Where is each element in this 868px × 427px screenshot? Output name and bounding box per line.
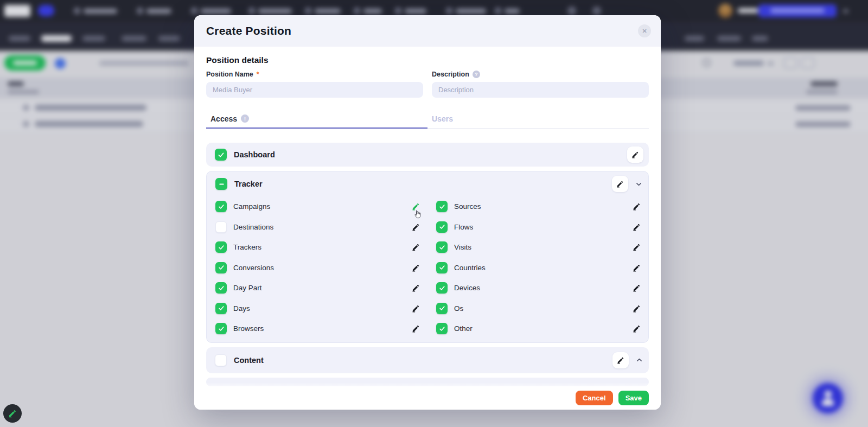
check-icon <box>438 304 446 312</box>
permission-row-tracker: Tracker <box>207 171 648 196</box>
chevron-down-icon[interactable] <box>634 180 643 188</box>
description-field: Description ? <box>432 71 649 98</box>
permission-subrow-days: Days <box>207 298 427 319</box>
chevron-up-icon[interactable] <box>635 356 643 365</box>
edit-icon[interactable] <box>633 304 641 313</box>
checkbox-sources[interactable] <box>436 201 448 212</box>
permission-group-tracker: Tracker Campaigns <box>206 171 649 343</box>
edit-icon[interactable] <box>412 264 420 272</box>
screen: Create Position ✕ Position details Posit… <box>0 0 868 427</box>
check-icon <box>218 325 225 333</box>
check-icon <box>438 223 446 231</box>
permission-subrow-os: Os <box>427 298 648 319</box>
permission-row-partial <box>206 378 649 386</box>
edit-icon[interactable] <box>633 223 641 231</box>
permission-subrow-conversions: Conversions <box>207 258 427 278</box>
permission-subrow-devices: Devices <box>427 278 648 298</box>
check-icon <box>438 244 446 251</box>
checkbox-countries[interactable] <box>436 262 448 273</box>
description-input[interactable] <box>432 82 649 98</box>
checkbox-day-part[interactable] <box>215 282 227 294</box>
edit-icon[interactable] <box>412 223 420 231</box>
permission-subrow-browsers: Browsers <box>207 318 427 339</box>
permission-subrow-flows: Flows <box>427 217 648 238</box>
check-icon <box>438 264 446 271</box>
permission-label: Content <box>234 356 264 365</box>
permission-subrow-campaigns: Campaigns <box>207 196 427 217</box>
modal-body: Position details Position Name * Descrip… <box>194 47 661 389</box>
checkbox-other[interactable] <box>436 323 448 334</box>
position-name-label: Position Name <box>206 71 253 78</box>
create-position-modal: Create Position ✕ Position details Posit… <box>194 15 661 410</box>
minus-icon <box>218 180 226 188</box>
checkbox-dashboard[interactable] <box>215 149 227 161</box>
edit-icon[interactable] <box>633 202 641 211</box>
checkbox-content-unchecked[interactable] <box>215 354 227 366</box>
checkbox-days[interactable] <box>215 303 227 314</box>
checkbox-browsers[interactable] <box>215 323 227 334</box>
check-icon <box>438 325 446 333</box>
edit-icon[interactable] <box>412 324 420 333</box>
permission-row-dashboard: Dashboard <box>206 143 649 167</box>
check-icon <box>218 284 225 292</box>
check-icon <box>218 304 225 312</box>
check-icon <box>218 203 225 211</box>
modal-title: Create Position <box>206 24 291 37</box>
permission-row-content: Content <box>206 347 649 373</box>
pencil-icon <box>8 409 17 418</box>
tab-access[interactable]: Access ! <box>206 110 427 129</box>
pencil-icon <box>616 180 624 188</box>
section-title: Position details <box>206 55 649 65</box>
permission-subrow-countries: Countries <box>427 258 648 278</box>
tab-users[interactable]: Users <box>427 110 649 129</box>
required-asterisk: * <box>257 71 259 78</box>
check-icon <box>217 151 225 159</box>
permission-subrow-destinations: Destinations <box>207 217 427 238</box>
edit-icon[interactable] <box>633 243 641 251</box>
check-icon <box>438 284 446 292</box>
edit-icon-hovered[interactable] <box>412 202 420 211</box>
annotation-tool-badge[interactable] <box>3 404 22 423</box>
checkbox-os[interactable] <box>436 303 448 314</box>
checkbox-campaigns[interactable] <box>215 201 227 212</box>
checkbox-devices[interactable] <box>436 282 448 294</box>
check-icon <box>218 244 225 251</box>
checkbox-trackers[interactable] <box>215 241 227 253</box>
description-label: Description <box>432 71 469 78</box>
check-icon <box>218 264 225 271</box>
form-grid: Position Name * Description ? <box>206 71 649 98</box>
edit-icon[interactable] <box>412 284 420 292</box>
check-icon <box>438 203 446 211</box>
checkbox-flows[interactable] <box>436 221 448 233</box>
edit-icon[interactable] <box>412 304 420 313</box>
modal-tabs: Access ! Users <box>206 110 649 129</box>
edit-icon[interactable] <box>633 324 641 333</box>
checkbox-destinations-unchecked[interactable] <box>215 221 227 233</box>
position-name-input[interactable] <box>206 82 423 98</box>
edit-button[interactable] <box>627 146 643 163</box>
save-button[interactable]: Save <box>618 391 649 405</box>
checkbox-conversions[interactable] <box>215 262 227 273</box>
edit-button[interactable] <box>612 176 628 192</box>
cancel-button[interactable]: Cancel <box>576 391 613 405</box>
edit-button[interactable] <box>612 352 629 368</box>
pencil-icon <box>631 151 639 158</box>
permissions-scroll-area: Dashboard Tracker <box>206 129 649 389</box>
checkbox-tracker-indeterminate[interactable] <box>215 178 227 190</box>
permission-subrow-other: Other <box>427 318 648 339</box>
permission-label: Dashboard <box>234 150 275 159</box>
position-name-field: Position Name * <box>206 71 423 98</box>
permission-subrow-day-part: Day Part <box>207 278 427 298</box>
question-icon: ? <box>473 71 480 78</box>
close-icon[interactable]: ✕ <box>638 24 651 37</box>
edit-icon[interactable] <box>633 284 641 292</box>
modal-header: Create Position ✕ <box>194 15 661 47</box>
permission-label: Tracker <box>234 180 263 188</box>
checkbox-visits[interactable] <box>436 241 448 253</box>
modal-footer: Cancel Save <box>194 389 661 410</box>
edit-icon[interactable] <box>633 264 641 272</box>
info-icon: ! <box>241 114 249 123</box>
edit-icon[interactable] <box>412 243 420 251</box>
permission-subrow-trackers: Trackers <box>207 237 427 258</box>
permission-subrow-sources: Sources <box>427 196 648 217</box>
